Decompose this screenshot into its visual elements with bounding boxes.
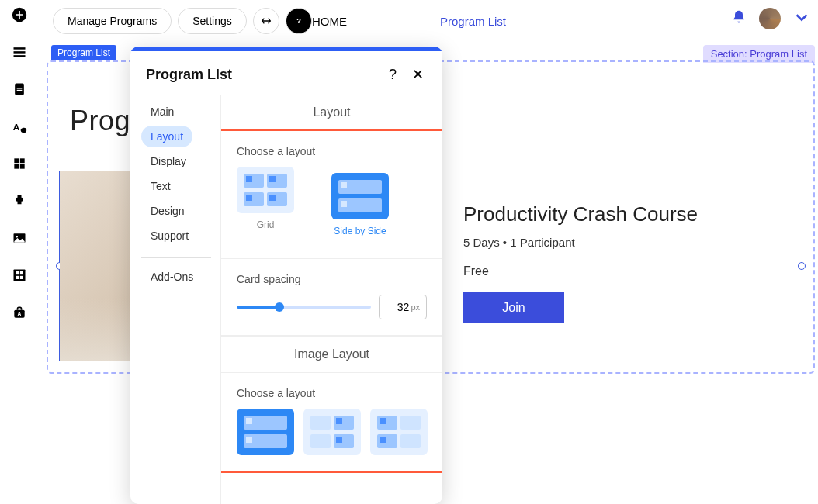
card-spacing-section: Card spacing 32px	[221, 259, 442, 336]
svg-point-13	[16, 236, 18, 238]
style-icon[interactable]: A	[11, 118, 28, 135]
svg-rect-4	[15, 84, 24, 95]
manage-programs-button[interactable]: Manage Programs	[53, 8, 172, 34]
avatar[interactable]	[759, 8, 781, 29]
tab-support[interactable]: Support	[141, 225, 198, 247]
layout-heading: Layout	[221, 95, 442, 131]
svg-rect-8	[14, 158, 19, 163]
nav-program-list[interactable]: Program List	[440, 15, 506, 28]
svg-text:?: ?	[296, 17, 301, 25]
top-right	[731, 8, 810, 29]
layout-option-side[interactable]: Side by Side	[310, 167, 400, 243]
tab-text[interactable]: Text	[141, 175, 180, 197]
svg-text:A: A	[13, 122, 20, 132]
choose-layout2-label: Choose a layout	[237, 387, 427, 399]
svg-rect-18	[20, 276, 23, 279]
pages-icon[interactable]	[11, 43, 28, 60]
media-icon[interactable]	[11, 230, 28, 247]
left-rail: A A	[0, 0, 39, 504]
add-icon[interactable]	[11, 6, 28, 23]
image-layout-1[interactable]	[237, 409, 294, 455]
svg-rect-1	[14, 47, 26, 50]
svg-rect-15	[16, 271, 19, 274]
svg-rect-14	[14, 270, 26, 281]
program-price: Free	[463, 264, 786, 278]
svg-rect-2	[14, 51, 26, 54]
close-icon[interactable]: ✕	[408, 65, 427, 84]
svg-rect-5	[17, 88, 23, 88]
bell-icon[interactable]	[731, 9, 747, 28]
svg-rect-3	[14, 55, 26, 57]
popover-content: Layout Choose a layout Grid	[220, 95, 442, 504]
help-icon[interactable]: ?	[383, 65, 402, 84]
join-button[interactable]: Join	[463, 292, 564, 323]
side-label: Side by Side	[334, 226, 386, 236]
card-spacing-label: Card spacing	[237, 273, 427, 285]
layout-highlighted: Choose a layout Grid	[221, 131, 442, 471]
card-spacing-slider[interactable]	[237, 306, 371, 309]
stretch-button[interactable]	[253, 8, 279, 34]
choose-layout-label: Choose a layout	[237, 145, 427, 157]
nav-home[interactable]: HOME	[312, 15, 347, 28]
svg-rect-10	[14, 164, 19, 169]
layout-option-grid[interactable]: Grid	[237, 167, 294, 243]
top-nav: HOME Program List	[312, 0, 506, 42]
divider	[141, 257, 211, 258]
svg-rect-16	[20, 271, 23, 274]
tab-layout[interactable]: Layout	[141, 126, 192, 147]
image-layout-section: Choose a layout	[221, 373, 442, 471]
tab-addons[interactable]: Add-Ons	[141, 266, 203, 288]
settings-button[interactable]: Settings	[178, 8, 247, 34]
grid-label: Grid	[257, 219, 275, 230]
tab-display[interactable]: Display	[141, 150, 196, 172]
tab-design[interactable]: Design	[141, 200, 194, 222]
svg-rect-17	[16, 276, 19, 279]
svg-rect-6	[17, 90, 23, 91]
program-title: Productivity Crash Course	[463, 202, 786, 226]
popover-sidebar: Main Layout Display Text Design Support …	[130, 95, 220, 504]
popover-header: Program List ? ✕	[130, 51, 442, 95]
element-badge[interactable]: Program List	[51, 45, 116, 60]
tab-main[interactable]: Main	[141, 101, 183, 123]
chevron-down-icon[interactable]	[793, 9, 810, 29]
svg-rect-11	[20, 164, 25, 169]
image-layout-3[interactable]	[370, 409, 428, 455]
doc-icon[interactable]	[11, 81, 28, 98]
card-spacing-input[interactable]: 32px	[379, 295, 427, 319]
svg-text:A: A	[18, 311, 22, 316]
image-layout-2[interactable]	[303, 409, 361, 455]
program-text: Productivity Crash Course 5 Days • 1 Par…	[463, 202, 786, 323]
svg-rect-9	[20, 158, 25, 163]
data-icon[interactable]	[11, 267, 28, 284]
plugins-icon[interactable]	[11, 192, 28, 209]
settings-popover: Program List ? ✕ Main Layout Display Tex…	[130, 47, 442, 504]
choose-layout-section: Choose a layout Grid	[221, 131, 442, 259]
program-meta: 5 Days • 1 Participant	[463, 236, 786, 249]
popover-title: Program List	[146, 67, 377, 83]
help-button[interactable]: ?	[286, 8, 312, 34]
apps-icon[interactable]	[11, 155, 28, 172]
business-icon[interactable]: A	[11, 304, 28, 321]
image-layout-heading: Image Layout	[221, 336, 442, 373]
